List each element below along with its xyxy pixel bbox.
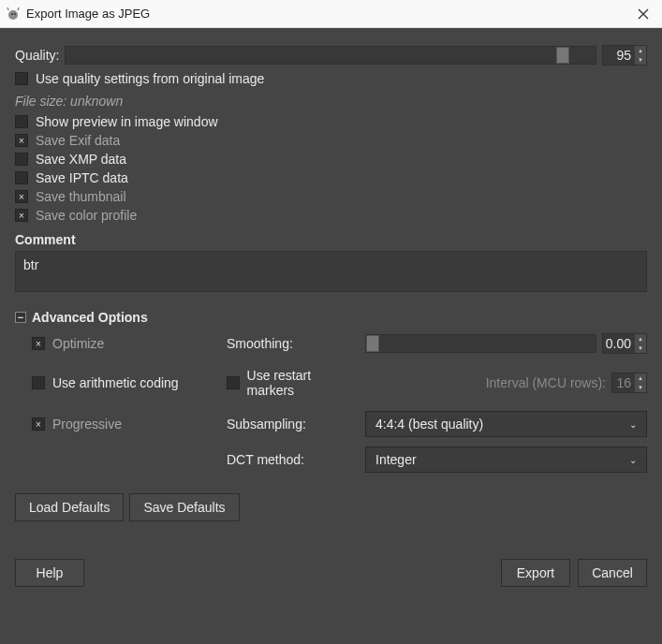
export-button[interactable]: Export [501, 559, 570, 587]
quality-row: Quality: 95 ▲ ▼ [15, 45, 647, 66]
check-save-xmp[interactable]: Save XMP data [15, 152, 647, 167]
check-label: Use restart markers [247, 368, 358, 398]
titlebar: Export Image as JPEG [0, 0, 662, 28]
check-label: Use arithmetic coding [52, 375, 179, 390]
interval-spin: 16 ▲ ▼ [611, 373, 647, 393]
collapse-icon[interactable]: − [15, 312, 26, 323]
check-label: Save color profile [36, 208, 137, 223]
slider-thumb[interactable] [366, 335, 379, 352]
interval-label: Interval (MCU rows): [486, 375, 606, 390]
spin-down-icon[interactable]: ▼ [635, 55, 646, 65]
smoothing-spin[interactable]: 0.00 ▲ ▼ [602, 333, 647, 354]
advanced-heading: Advanced Options [32, 310, 148, 325]
check-label: Save XMP data [36, 152, 126, 167]
comment-textarea[interactable] [15, 251, 647, 292]
checkbox-icon[interactable] [15, 171, 28, 184]
svg-point-0 [8, 10, 18, 20]
check-progressive[interactable]: × Progressive [32, 417, 219, 432]
app-icon [6, 7, 21, 22]
checkbox-icon[interactable] [32, 376, 45, 389]
check-label: Save Exif data [36, 133, 120, 148]
quality-value[interactable]: 95 [603, 46, 635, 65]
check-restart-markers[interactable]: Use restart markers [227, 368, 358, 398]
smoothing-slider[interactable] [365, 334, 596, 353]
check-save-exif[interactable]: × Save Exif data [15, 133, 647, 148]
checkbox-icon[interactable]: × [15, 134, 28, 147]
dct-label: DCT method: [227, 452, 358, 467]
file-size-text: File size: unknown [15, 94, 647, 109]
chevron-down-icon: ⌄ [629, 455, 637, 465]
spin-down-icon[interactable]: ▼ [635, 344, 646, 353]
interval-value: 16 [612, 373, 635, 392]
dct-dropdown[interactable]: Integer ⌄ [365, 446, 647, 473]
check-label: Show preview in image window [36, 114, 218, 129]
checkbox-icon[interactable]: × [15, 190, 28, 203]
chevron-down-icon: ⌄ [629, 419, 637, 430]
checkbox-icon[interactable] [227, 376, 240, 389]
check-label: Save thumbnail [36, 189, 126, 204]
checkbox-icon[interactable]: × [15, 209, 28, 222]
checkbox-icon[interactable] [15, 72, 28, 85]
spin-up-icon[interactable]: ▲ [635, 334, 646, 344]
spin-up-icon: ▲ [635, 373, 646, 383]
smoothing-value[interactable]: 0.00 [603, 334, 635, 353]
help-button[interactable]: Help [15, 559, 84, 587]
check-save-color-profile[interactable]: × Save color profile [15, 208, 647, 223]
slider-thumb[interactable] [556, 47, 569, 64]
window-title: Export Image as JPEG [26, 7, 632, 21]
quality-label: Quality: [15, 48, 59, 63]
quality-spin[interactable]: 95 ▲ ▼ [602, 45, 647, 66]
svg-point-2 [14, 13, 16, 15]
checkbox-icon[interactable] [15, 153, 28, 166]
check-label: Optimize [52, 336, 104, 351]
check-optimize[interactable]: × Optimize [32, 336, 219, 351]
check-label: Save IPTC data [36, 170, 128, 185]
checkbox-icon[interactable]: × [32, 417, 45, 431]
check-save-thumbnail[interactable]: × Save thumbnail [15, 189, 647, 204]
dropdown-value: Integer [375, 452, 417, 467]
spin-up-icon[interactable]: ▲ [635, 46, 646, 55]
check-arithmetic[interactable]: Use arithmetic coding [32, 375, 219, 390]
subsampling-label: Subsampling: [227, 417, 358, 432]
close-button[interactable] [632, 3, 655, 25]
checkbox-icon[interactable] [15, 115, 28, 128]
advanced-toggle[interactable]: − Advanced Options [15, 310, 647, 325]
smoothing-label: Smoothing: [227, 336, 358, 351]
check-label: Progressive [52, 417, 122, 432]
svg-point-1 [11, 13, 13, 15]
check-use-original[interactable]: Use quality settings from original image [15, 71, 647, 86]
cancel-button[interactable]: Cancel [578, 559, 647, 587]
load-defaults-button[interactable]: Load Defaults [15, 493, 124, 521]
subsampling-dropdown[interactable]: 4:4:4 (best quality) ⌄ [365, 411, 647, 437]
check-save-iptc[interactable]: Save IPTC data [15, 170, 647, 185]
spin-down-icon: ▼ [635, 383, 646, 392]
comment-heading: Comment [15, 232, 647, 247]
check-preview[interactable]: Show preview in image window [15, 114, 647, 129]
check-label: Use quality settings from original image [36, 71, 264, 86]
save-defaults-button[interactable]: Save Defaults [129, 493, 239, 521]
dropdown-value: 4:4:4 (best quality) [375, 417, 483, 432]
quality-slider[interactable] [65, 46, 596, 65]
checkbox-icon[interactable]: × [32, 337, 45, 350]
